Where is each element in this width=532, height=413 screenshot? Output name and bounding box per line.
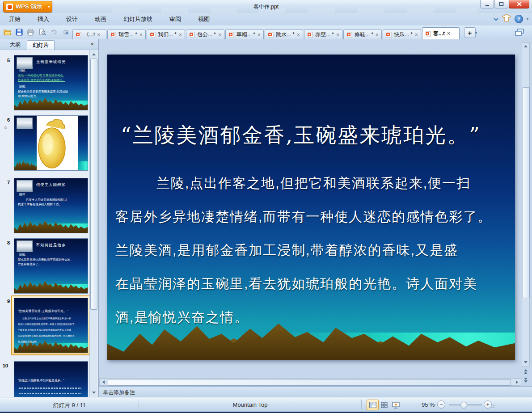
resize-grip[interactable] [491, 404, 495, 408]
status-bar: 幻灯片 9 / 11 Mountain Top 95 % − + [0, 397, 532, 412]
doc-tab-label: 修鞋... * [355, 31, 373, 38]
skin-shirt-icon[interactable] [502, 14, 511, 24]
main-horizontal-scrollbar[interactable] [99, 378, 521, 386]
doc-tab-6[interactable]: 跳水... * × [265, 30, 303, 39]
close-tab-icon[interactable]: × [139, 33, 143, 37]
doc-tab-3[interactable]: 我们... * × [147, 30, 185, 39]
menu-slideshow[interactable]: 幻灯片放映 [123, 15, 152, 23]
doc-tab-5[interactable]: 草帽... * × [225, 30, 264, 39]
slide-thumbnail-9[interactable]: “兰陵美酒郁金香,玉碗盛来琥珀光。” 兰陵,点出作客之地,但把它和美酒联系起来,… [14, 298, 88, 353]
collapse-ribbon-icon[interactable] [494, 17, 498, 22]
doc-tab-4[interactable]: 包公... * × [186, 30, 224, 39]
slide-title-text[interactable]: “兰陵美酒郁金香,玉碗盛来琥珀光。” [121, 122, 481, 149]
slide-sorter-view-button[interactable] [378, 400, 390, 410]
slide-body-text[interactable]: 在晶莹润泽的玉碗里,看去犹如琥珀般的光艳。诗人面对美 [115, 275, 477, 293]
scroll-tabs-left-icon[interactable]: « [65, 29, 69, 36]
tab-outline[interactable]: 大纲 [4, 40, 26, 50]
zoom-slider-handle[interactable] [460, 402, 467, 409]
slide-body-text[interactable]: 客居外乡异地凄楚情绪,而带有一种使人迷恋的感情色彩了。 [115, 208, 492, 226]
new-tab-button[interactable]: + [464, 27, 476, 38]
next-slide-button[interactable] [522, 377, 529, 384]
scroll-down-button[interactable] [522, 359, 529, 366]
doc-tab-2[interactable]: 瑞雪... * × [107, 30, 146, 39]
restore-button[interactable] [494, 0, 508, 8]
slide-thumbnail-7[interactable]: 但使主人能醉客 翻译: 只要主人用这美酒来殷勤招待,让 我这个作客在他乡的人酣醉… [14, 178, 88, 233]
close-tab-icon[interactable]: × [336, 33, 339, 37]
amber-image [33, 117, 72, 171]
title-bar: WPS 演示 ▾ 客中作.ppt [0, 0, 532, 13]
scroll-up-button[interactable] [522, 43, 529, 50]
menu-view[interactable]: 视图 [198, 15, 210, 23]
close-tab-icon[interactable]: × [97, 33, 100, 37]
window-title: 客中作.ppt [0, 3, 532, 11]
thumbnail-panel-scrollbar[interactable] [89, 50, 97, 397]
menu-home[interactable]: 开始 [9, 15, 21, 23]
close-tab-icon[interactable]: × [179, 33, 182, 37]
thumbnail-text: 翻译: [19, 85, 26, 89]
thumbnail-corner-image [17, 118, 33, 129]
slide-body-text[interactable]: 兰陵美酒,是用郁金香加工浸制,带着醇浓的香味,又是盛 [115, 241, 458, 260]
ppt-file-icon [189, 32, 195, 38]
normal-view-button[interactable] [367, 400, 379, 410]
scrollbar-thumb[interactable] [108, 379, 511, 386]
main-vertical-scrollbar[interactable] [522, 42, 530, 384]
slide-body-text[interactable]: 兰陵,点出作客之地,但把它和美酒联系起来,便一扫 [115, 174, 471, 193]
slide-number: 9 [3, 299, 10, 304]
scroll-left-button[interactable] [100, 379, 107, 385]
slide-edge-graphic [78, 116, 88, 170]
slide-thumbnail-9-selected[interactable]: “兰陵美酒郁金香,玉碗盛来琥珀光。” 兰陵,点出作客之地,但把它和美酒联系起来,… [11, 295, 91, 355]
doc-tab-9[interactable]: 快乐... * × [383, 30, 421, 39]
doc-tab-8[interactable]: 修鞋... * × [343, 30, 382, 39]
thumbnail-title: 不知何处是他乡 [14, 243, 88, 248]
scroll-right-button[interactable] [514, 379, 520, 385]
menu-review[interactable]: 审阅 [169, 15, 181, 23]
close-tab-icon[interactable]: × [297, 33, 300, 37]
close-panel-icon[interactable]: × [90, 41, 94, 47]
notes-area[interactable]: 单击添加备注 [99, 386, 532, 397]
slideshow-view-button[interactable] [390, 400, 402, 410]
doc-tab-label: 跳水... * [276, 31, 295, 38]
doc-tab-label: 《...t [84, 31, 95, 38]
doc-tab-label: 草帽... * [236, 31, 255, 38]
zoom-out-button[interactable]: − [437, 400, 445, 409]
new-tab-caret-icon[interactable]: ▾ [475, 31, 477, 35]
slide-thumbnail-10[interactable]: “但使主人能醉客,不知何处是他乡。” [14, 361, 88, 397]
close-tab-icon[interactable]: × [447, 31, 450, 36]
open-folder-icon[interactable] [3, 27, 12, 37]
close-tab-icon[interactable]: × [218, 33, 221, 37]
print-icon[interactable] [26, 27, 35, 37]
caret-down-icon[interactable]: ▾ [527, 17, 528, 21]
scrollbar-thumb[interactable] [90, 59, 97, 310]
help-icon[interactable]: ? [515, 15, 523, 23]
close-button[interactable] [509, 0, 529, 8]
slide-thumbnail-6[interactable] [14, 115, 88, 171]
slide-number: 5 [3, 58, 10, 63]
close-tab-icon[interactable]: × [415, 33, 418, 37]
scroll-down-button[interactable] [90, 389, 97, 396]
previous-slide-button[interactable] [522, 368, 529, 375]
thumbnail-text: 词解: [19, 69, 26, 73]
menu-design[interactable]: 设计 [66, 15, 78, 23]
slide-thumbnail-5[interactable]: 玉碗盛来琥珀光 词解: 琥珀:一种树脂化石,呈黄色或赤褐色, 色泽晶莹,这里形容… [14, 55, 88, 110]
tab-slides[interactable]: 幻灯片 [27, 40, 55, 50]
slide-canvas[interactable]: “兰陵美酒郁金香,玉碗盛来琥珀光。” 兰陵,点出作客之地,但把它和美酒联系起来,… [107, 55, 515, 360]
doc-tab-1[interactable]: 《...t × [72, 30, 106, 39]
minimize-button[interactable] [480, 0, 494, 8]
close-tab-icon[interactable]: × [376, 33, 379, 37]
scrollbar-thumb[interactable] [523, 87, 530, 298]
arrange-windows-icon[interactable] [515, 29, 524, 38]
doc-tab-10-active[interactable]: 客...t × [422, 27, 460, 39]
menu-insert[interactable]: 插入 [38, 15, 49, 23]
slide-body-text[interactable]: 酒,是愉悦兴奋之情。 [115, 308, 249, 327]
slide-thumbnail-8[interactable]: 不知何处是他乡 翻译: 那么我只觉得快乐无比而不用感到什么地 方是异客他乡了。 [14, 238, 88, 294]
print-preview-icon[interactable] [38, 27, 47, 37]
doc-tab-label: 快乐... * [394, 31, 413, 38]
scroll-up-button[interactable] [90, 51, 97, 58]
menu-animation[interactable]: 动画 [95, 15, 106, 23]
undo-icon[interactable] [49, 27, 59, 37]
doc-tab-7[interactable]: 赤壁... * × [304, 30, 342, 39]
close-tab-icon[interactable]: × [258, 33, 261, 37]
notes-placeholder[interactable]: 单击添加备注 [103, 389, 135, 396]
save-icon[interactable] [14, 27, 24, 37]
window-controls [480, 0, 529, 8]
